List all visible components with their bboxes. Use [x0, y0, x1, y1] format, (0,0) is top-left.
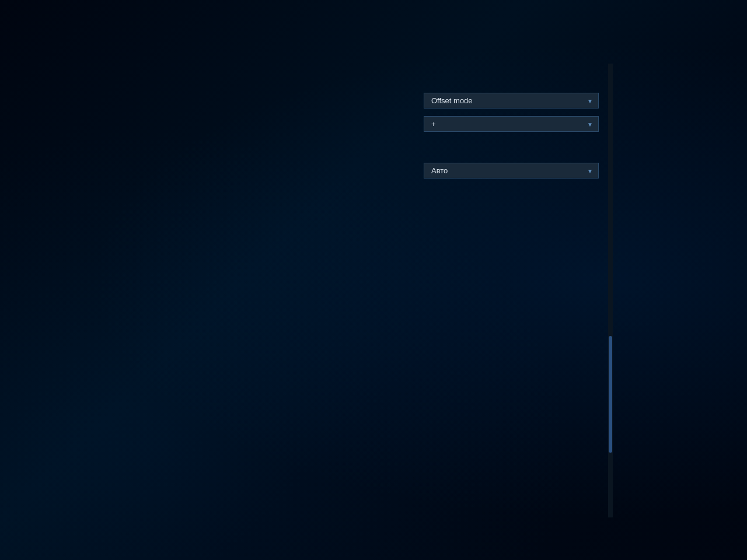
- sign-vddcr-dropdown-wrapper: + -: [424, 116, 599, 132]
- scrollbar-thumb[interactable]: [609, 336, 612, 453]
- vddcr-cpu-dropdown[interactable]: Offset mode: [424, 93, 599, 108]
- vddcr-soc-dropdown[interactable]: Авто: [424, 163, 599, 178]
- sign-vddcr-dropdown[interactable]: + -: [424, 116, 599, 132]
- vddcr-soc-dropdown-wrapper: Авто: [424, 163, 599, 178]
- sign-vddcr-control: + -: [424, 116, 599, 132]
- scrollbar-track[interactable]: [608, 64, 613, 517]
- vddcr-cpu-dropdown-wrapper: Offset mode: [424, 93, 599, 108]
